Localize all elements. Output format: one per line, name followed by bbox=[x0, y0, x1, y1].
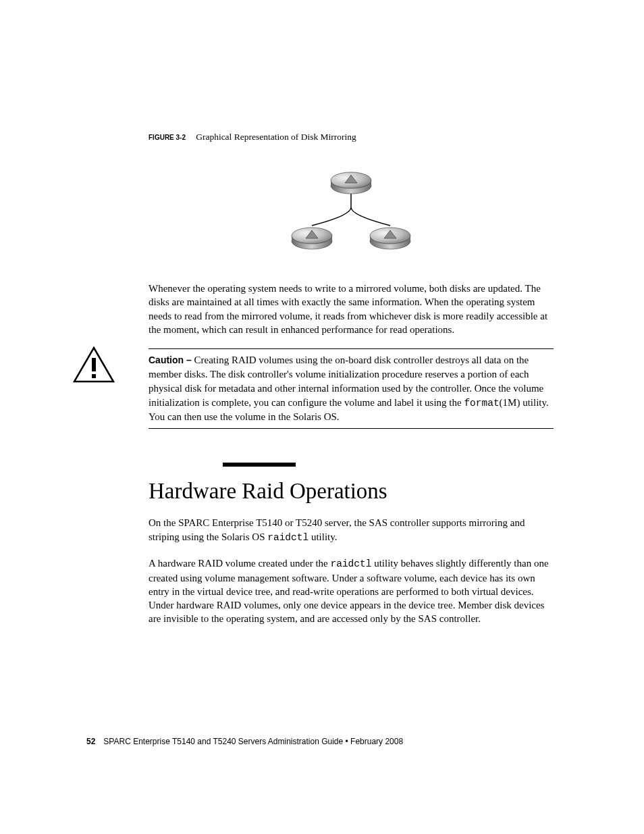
caution-mono: format bbox=[464, 398, 499, 409]
para2-after: utility. bbox=[308, 531, 337, 542]
footer-text: SPARC Enterprise T5140 and T5240 Servers… bbox=[103, 737, 403, 746]
paragraph-2: On the SPARC Enterprise T5140 or T5240 s… bbox=[149, 516, 554, 544]
caution-label: Caution – bbox=[149, 355, 192, 365]
page-footer: 52SPARC Enterprise T5140 and T5240 Serve… bbox=[86, 737, 403, 746]
section-heading: Hardware Raid Operations bbox=[149, 479, 554, 504]
caution-icon bbox=[73, 346, 115, 387]
disk-mirroring-diagram bbox=[277, 161, 425, 263]
svg-rect-14 bbox=[92, 374, 96, 378]
section-bar bbox=[223, 463, 296, 467]
content-column: FIGURE 3-2 Graphical Representation of D… bbox=[149, 132, 554, 638]
figure-caption: Graphical Representation of Disk Mirrori… bbox=[196, 132, 356, 142]
caution-box: Caution – Creating RAID volumes using th… bbox=[149, 348, 554, 429]
svg-rect-13 bbox=[92, 358, 96, 371]
figure-diagram bbox=[149, 161, 554, 265]
page-number: 52 bbox=[86, 737, 95, 746]
para3-mono: raidctl bbox=[330, 558, 371, 569]
paragraph-1: Whenever the operating system needs to w… bbox=[149, 282, 554, 336]
figure-label: FIGURE 3-2 Graphical Representation of D… bbox=[149, 132, 554, 142]
figure-number: FIGURE 3-2 bbox=[149, 134, 186, 141]
para2-mono: raidctl bbox=[267, 532, 308, 543]
paragraph-3: A hardware RAID volume created under the… bbox=[149, 556, 554, 626]
para3-before: A hardware RAID volume created under the bbox=[149, 558, 330, 569]
page: FIGURE 3-2 Graphical Representation of D… bbox=[0, 0, 644, 834]
